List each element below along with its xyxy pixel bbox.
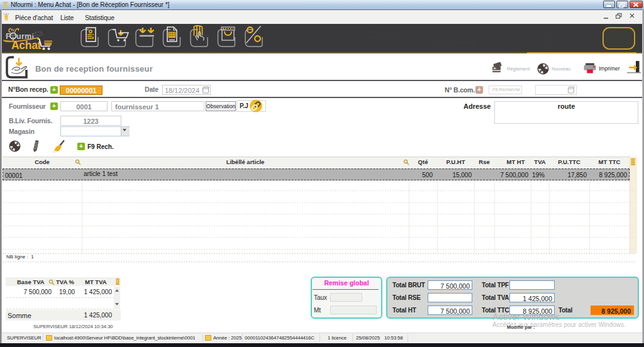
svg-text:Achat: Achat <box>11 39 42 52</box>
